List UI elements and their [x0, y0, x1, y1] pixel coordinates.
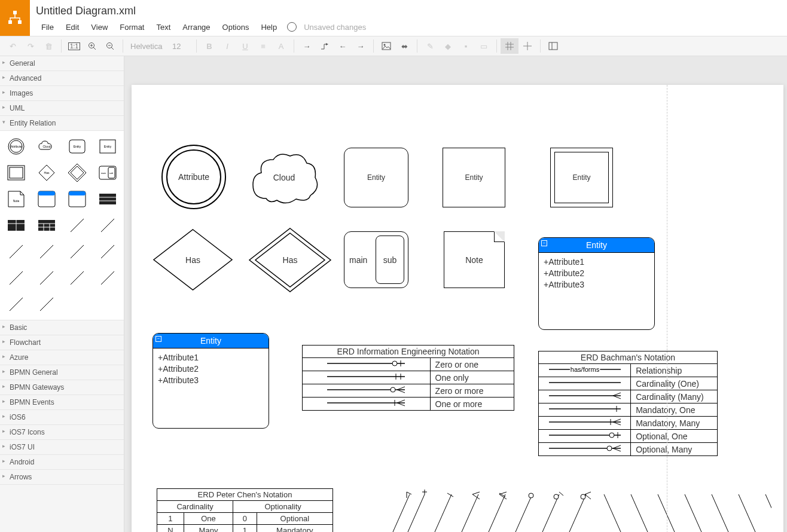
- connection-button[interactable]: →: [298, 38, 316, 54]
- palette-dark-table[interactable]: [93, 187, 121, 211]
- delete-button[interactable]: 🗑: [39, 38, 57, 54]
- palette-line9[interactable]: [63, 266, 91, 290]
- palette-mainsub[interactable]: mainsub: [93, 161, 121, 185]
- palette-cloud[interactable]: Cloud: [33, 134, 61, 158]
- sidebar-cat-flowchart[interactable]: Flowchart: [0, 335, 124, 350]
- align-button[interactable]: ≡: [254, 38, 272, 54]
- menu-edit[interactable]: Edit: [60, 22, 84, 33]
- bold-button[interactable]: B: [200, 38, 218, 54]
- fill-color-button[interactable]: ◆: [439, 38, 457, 54]
- palette-line1[interactable]: [63, 213, 91, 237]
- font-size-select[interactable]: 12: [169, 41, 193, 52]
- sidebar-cat-arrows[interactable]: Arrows: [0, 470, 124, 485]
- italic-button[interactable]: I: [218, 38, 236, 54]
- table-chen-notation[interactable]: ERD Peter Chen's Notation CardinalityOpt…: [157, 488, 333, 532]
- sidebar-cat-uml[interactable]: UML: [0, 101, 124, 116]
- sidebar-cat-ios7-ui[interactable]: iOS7 UI: [0, 440, 124, 455]
- shape-attribute[interactable]: Attribute: [161, 145, 226, 209]
- sidebar-cat-ios7-icons[interactable]: iOS7 Icons: [0, 425, 124, 440]
- shape-entity-round[interactable]: Entity: [344, 148, 408, 207]
- palette-dark-table3[interactable]: [33, 213, 61, 237]
- menu-options[interactable]: Options: [217, 22, 255, 33]
- font-family-select[interactable]: Helvetica: [127, 41, 169, 52]
- sidebar-cat-basic[interactable]: Basic: [0, 320, 124, 335]
- menu-text[interactable]: Text: [151, 22, 176, 33]
- palette-entity-table1[interactable]: [33, 187, 61, 211]
- shape-cloud[interactable]: Cloud: [248, 148, 320, 207]
- palette-line2[interactable]: [93, 213, 121, 237]
- shape-style-button[interactable]: ▭: [475, 38, 493, 54]
- sidebar-cat-entity-relation[interactable]: Entity Relation: [0, 116, 124, 131]
- line-color-button[interactable]: ✎: [421, 38, 439, 54]
- palette-entity-table2[interactable]: [63, 187, 91, 211]
- table-bachman-notation[interactable]: ERD Bachman's Notation has/formsRelation…: [538, 351, 718, 456]
- language-icon[interactable]: [287, 22, 297, 32]
- insert-image-button[interactable]: [377, 38, 395, 54]
- palette-has-weak[interactable]: [63, 161, 91, 185]
- redo-button[interactable]: ↷: [22, 38, 39, 54]
- sidebar-cat-azure[interactable]: Azure: [0, 350, 124, 365]
- actual-size-button[interactable]: 1:1: [65, 38, 83, 54]
- sidebar-cat-advanced[interactable]: Advanced: [0, 71, 124, 86]
- zoom-out-button[interactable]: [101, 38, 119, 54]
- sidebar-cat-android[interactable]: Android: [0, 455, 124, 470]
- shape-mainsub[interactable]: main sub: [344, 231, 408, 288]
- svg-point-106: [554, 494, 559, 499]
- menu-help[interactable]: Help: [255, 22, 282, 33]
- palette-line4[interactable]: [33, 240, 61, 264]
- menu-file[interactable]: File: [36, 22, 59, 33]
- underline-button[interactable]: U: [236, 38, 254, 54]
- svg-line-103: [508, 494, 532, 532]
- palette-dark-table2[interactable]: [2, 213, 30, 237]
- palette-line8[interactable]: [33, 266, 61, 290]
- connector-samples[interactable]: [377, 488, 771, 532]
- palette-line11[interactable]: [2, 292, 30, 316]
- sidebar-cat-bpmn-gateways[interactable]: BPMN Gateways: [0, 380, 124, 395]
- palette-entity-round[interactable]: Entity: [63, 134, 91, 158]
- undo-button[interactable]: ↶: [4, 38, 22, 54]
- shadow-button[interactable]: ▪: [457, 38, 475, 54]
- canvas-area[interactable]: Attribute Cloud Entity Entity Entity Has…: [124, 56, 787, 532]
- sidebar-cat-general[interactable]: General: [0, 56, 124, 71]
- sidebar-cat-images[interactable]: Images: [0, 86, 124, 101]
- palette-entity-rect[interactable]: Entity: [93, 134, 121, 158]
- palette-has[interactable]: Has: [33, 161, 61, 185]
- table-ie-notation[interactable]: ERD Information Engineering Notation Zer…: [302, 345, 514, 411]
- font-color-button[interactable]: A: [272, 38, 290, 54]
- palette-line10[interactable]: [93, 266, 121, 290]
- guides-button[interactable]: [518, 38, 536, 54]
- shape-has-weak[interactable]: Has: [248, 227, 332, 293]
- menu-arrange[interactable]: Arrange: [177, 22, 215, 33]
- sidebar-cat-bpmn-general[interactable]: BPMN General: [0, 365, 124, 380]
- svg-line-52: [71, 219, 84, 232]
- palette-line5[interactable]: [63, 240, 91, 264]
- insert-link-button[interactable]: ⬌: [395, 38, 413, 54]
- palette-line7[interactable]: [2, 266, 30, 290]
- palette-line6[interactable]: [93, 240, 121, 264]
- zoom-in-button[interactable]: [83, 38, 101, 54]
- shape-entity-rect[interactable]: Entity: [443, 148, 505, 207]
- menu-format[interactable]: Format: [114, 22, 150, 33]
- palette-line3[interactable]: [2, 240, 30, 264]
- canvas[interactable]: Attribute Cloud Entity Entity Entity Has…: [132, 85, 783, 532]
- sidebar-cat-bpmn-events[interactable]: BPMN Events: [0, 395, 124, 410]
- document-title[interactable]: Untitled Diagram.xml: [36, 5, 136, 17]
- shape-entity-table-2[interactable]: −Entity +Attribute1 +Attribute2 +Attribu…: [152, 333, 269, 429]
- palette-entity-weak[interactable]: [2, 161, 30, 185]
- menu-view[interactable]: View: [86, 22, 113, 33]
- palette-line12[interactable]: [33, 292, 61, 316]
- line-end-button[interactable]: →: [352, 38, 370, 54]
- grid-button[interactable]: [501, 38, 518, 54]
- shape-has[interactable]: Has: [152, 228, 233, 291]
- svg-line-118: [739, 494, 762, 532]
- shape-entity-table-1[interactable]: −Entity +Attribute1 +Attribute2 +Attribu…: [538, 237, 655, 330]
- line-start-button[interactable]: ←: [334, 38, 352, 54]
- shape-note[interactable]: Note: [444, 231, 505, 288]
- app-logo[interactable]: [0, 0, 30, 36]
- palette-note[interactable]: Note: [2, 187, 30, 211]
- shape-entity-weak[interactable]: Entity: [550, 148, 613, 207]
- outline-button[interactable]: [544, 38, 562, 54]
- waypoint-button[interactable]: [316, 38, 334, 54]
- sidebar-cat-ios6[interactable]: iOS6: [0, 410, 124, 425]
- palette-attribute[interactable]: Attribute: [2, 134, 30, 158]
